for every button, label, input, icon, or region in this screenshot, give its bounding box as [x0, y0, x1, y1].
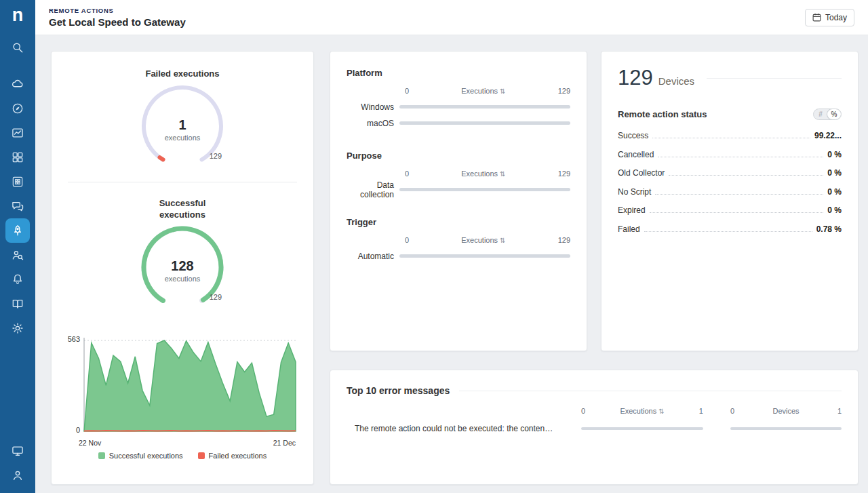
error-messages-card: Top 10 error messages 0 Executions⇅ 1 0 … — [330, 370, 859, 485]
status-header: Remote action status # % — [618, 109, 842, 120]
trend-y-max-label: 563 — [56, 335, 80, 343]
toggle-count-option[interactable]: # — [814, 109, 827, 119]
brand-logo: n — [12, 6, 24, 24]
error-message-text: The remote action could not be executed:… — [347, 424, 554, 433]
sort-icon[interactable]: ⇅ — [500, 237, 505, 244]
devices-count-header: 129 Devices — [618, 66, 842, 90]
status-row-expired: Expired0 % — [618, 205, 842, 215]
status-row-cancelled: Cancelled0 % — [618, 150, 842, 159]
main-content: Failed executions 1 executions 129 Succe… — [35, 35, 868, 493]
header-rule — [459, 391, 842, 391]
account-person-icon[interactable] — [5, 463, 30, 488]
legend-successful-swatch — [98, 452, 105, 459]
bar-row-windows: Windows — [347, 102, 570, 111]
sidebar: n — [0, 0, 35, 493]
failed-executions-title: Failed executions — [52, 68, 313, 79]
experience-compass-icon[interactable] — [5, 96, 30, 121]
support-monitor-icon[interactable] — [5, 439, 30, 463]
engage-chat-icon[interactable] — [5, 194, 30, 218]
success-gauge-value: 128 — [135, 258, 230, 274]
executions-card: Failed executions 1 executions 129 Succe… — [51, 51, 314, 485]
card-divider — [68, 182, 297, 182]
date-range-button[interactable]: Today — [805, 9, 854, 26]
top-header: REMOTE ACTIONS Get Local Speed to Gatewa… — [35, 0, 868, 35]
legend-failed: Failed executions — [198, 452, 267, 460]
success-gauge-unit: executions — [135, 274, 230, 283]
platform-title: Platform — [347, 68, 570, 78]
purpose-title: Purpose — [347, 151, 570, 161]
devices-count: 129 — [618, 66, 653, 90]
trigger-section: Trigger 0 Executions⇅ 129 Automatic — [347, 217, 570, 260]
breakdown-card: Platform 0 Executions⇅ 129 Windows macOS… — [330, 51, 587, 351]
status-row-failed: Failed0.78 % — [618, 224, 842, 234]
status-row-success: Success99.22... — [618, 131, 842, 140]
success-gauge-max-label: 129 — [210, 293, 222, 301]
date-range-label: Today — [825, 13, 847, 22]
remote-actions-rocket-icon[interactable] — [5, 218, 30, 243]
page-title: Get Local Speed to Gateway — [49, 16, 186, 28]
devices-count-label: Devices — [658, 75, 694, 87]
sort-icon[interactable]: ⇅ — [500, 87, 505, 95]
platform-section: Platform 0 Executions⇅ 129 Windows macOS — [347, 68, 570, 127]
software-icon[interactable] — [5, 170, 30, 194]
devices-card: 129 Devices Remote action status # % Suc… — [601, 51, 859, 351]
devices-icon[interactable] — [5, 72, 30, 96]
executions-trend-chart — [83, 336, 297, 435]
status-row-old-collector: Old Collector0 % — [618, 168, 842, 178]
calendar-icon — [812, 13, 821, 22]
breadcrumb: REMOTE ACTIONS — [49, 7, 186, 14]
trend-y-min-label: 0 — [56, 426, 80, 434]
bar-row-macos: macOS — [347, 119, 570, 127]
trend-x-start-label: 22 Nov — [79, 439, 101, 447]
errors-axis-row: 0 Executions⇅ 1 0 Devices 1 — [347, 407, 842, 415]
header-rule — [707, 78, 842, 79]
search-icon[interactable] — [5, 35, 30, 60]
legend-successful: Successful executions — [98, 452, 183, 460]
bar-row-automatic: Automatic — [347, 252, 570, 260]
executions-axis: 0 Executions⇅ 1 — [581, 407, 703, 415]
status-row-no-script: No Script0 % — [618, 187, 842, 197]
devices-axis: 0 Devices 1 — [730, 407, 842, 415]
trend-legend: Successful executions Failed executions — [52, 452, 313, 460]
count-percent-toggle[interactable]: # % — [813, 109, 842, 120]
administration-gear-icon[interactable] — [5, 316, 30, 340]
successful-executions-gauge: 128 executions 129 — [135, 225, 230, 313]
sort-icon[interactable]: ⇅ — [500, 170, 505, 178]
alerts-bell-icon[interactable] — [5, 267, 30, 292]
trigger-title: Trigger — [347, 217, 570, 227]
failed-gauge-max-label: 129 — [210, 152, 222, 160]
failed-gauge-value: 1 — [135, 117, 230, 133]
bar-row-data-collection: Data collection — [347, 185, 570, 194]
applications-grid-icon[interactable] — [5, 145, 30, 170]
failed-executions-gauge: 1 executions 129 — [135, 84, 230, 172]
library-book-icon[interactable] — [5, 292, 30, 316]
failed-gauge-unit: executions — [135, 133, 230, 142]
error-message-row: The remote action could not be executed:… — [347, 424, 842, 433]
toggle-percent-option[interactable]: % — [827, 109, 841, 119]
purpose-section: Purpose 0 Executions⇅ 129 Data collectio… — [347, 151, 570, 194]
sort-icon[interactable]: ⇅ — [658, 408, 664, 415]
trend-x-end-label: 21 Dec — [273, 439, 296, 447]
errors-header: Top 10 error messages — [347, 385, 842, 396]
purpose-axis: 0 Executions⇅ 129 — [405, 170, 570, 178]
status-title: Remote action status — [618, 109, 707, 119]
successful-executions-title: Successful executions — [138, 198, 226, 221]
platform-axis: 0 Executions⇅ 129 — [405, 87, 570, 95]
errors-title: Top 10 error messages — [347, 385, 450, 396]
investigations-icon[interactable] — [5, 243, 30, 267]
trigger-axis: 0 Executions⇅ 129 — [405, 236, 570, 244]
legend-failed-swatch — [198, 452, 205, 459]
dashboards-icon[interactable] — [5, 121, 30, 145]
